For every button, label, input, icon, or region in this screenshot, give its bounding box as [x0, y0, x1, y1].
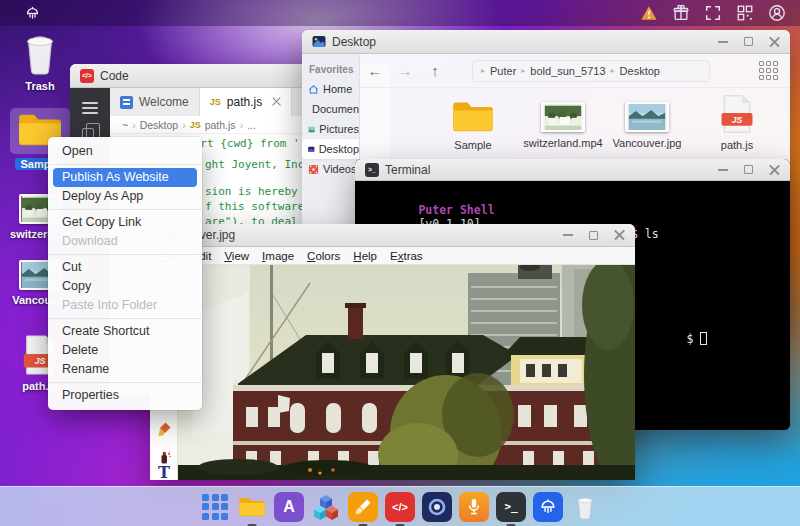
warning-icon[interactable] [640, 4, 658, 22]
sidebar-item-documents[interactable]: Documents [302, 99, 359, 119]
back-button[interactable]: ← [360, 62, 390, 79]
files-window-title: Desktop [332, 35, 376, 49]
brush-tool-icon[interactable] [156, 421, 172, 437]
menu-help[interactable]: Help [353, 250, 377, 262]
menu-item-properties[interactable]: Properties [48, 386, 202, 405]
up-button[interactable]: ↑ [420, 62, 450, 79]
account-icon[interactable] [768, 4, 786, 22]
folder-icon [450, 98, 496, 134]
qr-code-icon[interactable] [736, 4, 754, 22]
taskbar-trash-icon[interactable] [570, 492, 600, 522]
js-badge-icon: JS [190, 120, 201, 130]
maximize-button[interactable] [744, 37, 753, 46]
menu-view[interactable]: View [224, 250, 249, 262]
maximize-button[interactable] [744, 165, 753, 174]
taskbar-camera-icon[interactable] [422, 492, 452, 522]
menu-item-delete[interactable]: Delete [48, 341, 202, 360]
menu-item-copy[interactable]: Copy [48, 277, 202, 296]
menu-item-open[interactable]: Open [48, 142, 202, 161]
puter-desktop: Trash Sample switzerland Vancouver [0, 0, 800, 526]
menu-extras[interactable]: Extras [390, 250, 423, 262]
terminal-titlebar[interactable]: >_ Terminal [355, 159, 790, 181]
sidebar-item-home[interactable]: Home [302, 79, 359, 99]
tab-welcome[interactable]: Welcome [110, 88, 200, 116]
close-button[interactable] [769, 36, 780, 47]
trash-icon [574, 494, 596, 520]
menu-colors[interactable]: Colors [307, 250, 340, 262]
taskbar-launcher-icon[interactable] [200, 492, 230, 522]
puter-logo-icon [538, 497, 558, 517]
maximize-button[interactable] [589, 231, 598, 240]
desktop-app-icon [312, 35, 326, 49]
js-file-icon: JS [720, 94, 754, 134]
menu-item-rename[interactable]: Rename [48, 360, 202, 379]
terminal-cursor [700, 332, 707, 345]
menu-separator [49, 382, 201, 383]
close-button[interactable] [769, 164, 780, 175]
image-viewer-window: Vancouver.jpg File Edit View Image Color… [150, 224, 635, 480]
taskbar-terminal-icon[interactable]: >_ [496, 492, 526, 522]
menu-item-get-copy-link[interactable]: Get Copy Link [48, 213, 202, 232]
menu-item-paste-into-folder: Paste Into Folder [48, 296, 202, 315]
file-item-pathjs[interactable]: JS path.js [695, 94, 779, 151]
code-window-title: Code [100, 69, 129, 83]
sidebar-item-desktop[interactable]: Desktop [302, 139, 359, 159]
svg-text:JS: JS [34, 356, 45, 366]
video-thumbnail-icon [541, 102, 585, 132]
terminal-app-icon: >_ [365, 163, 379, 177]
taskbar-text-editor-icon[interactable]: A [274, 492, 304, 522]
forward-button[interactable]: → [390, 62, 420, 79]
desktop-icon-trash[interactable]: Trash [8, 30, 72, 92]
terminal-window-title: Terminal [385, 163, 430, 177]
js-badge-icon: JS [210, 97, 221, 107]
microphone-icon [463, 496, 485, 518]
taskbar-paint-icon[interactable] [348, 492, 378, 522]
taskbar: A </> [0, 486, 800, 526]
tab-pathjs[interactable]: JS path.js [200, 88, 292, 116]
close-button[interactable] [614, 230, 625, 241]
menu-item-deploy-as-app[interactable]: Deploy As App [48, 187, 202, 206]
welcome-tab-icon [120, 96, 133, 109]
sidebar-item-videos[interactable]: Videos [302, 159, 359, 179]
file-item-switzerland[interactable]: switzerland.mp4 [521, 102, 605, 149]
home-icon [308, 84, 319, 95]
paintbrush-icon [353, 497, 373, 517]
minimize-button[interactable] [718, 169, 728, 171]
command-fragment: $ ls [631, 227, 659, 241]
menu-image[interactable]: Image [262, 250, 294, 262]
taskbar-puter-icon[interactable] [533, 492, 563, 522]
image-thumbnail-icon [625, 102, 669, 132]
minimize-button[interactable] [718, 41, 728, 43]
pictures-icon [308, 124, 315, 135]
taskbar-cubes-icon[interactable] [311, 492, 341, 522]
grid-view-icon[interactable] [759, 61, 778, 80]
taskbar-microphone-icon[interactable] [459, 492, 489, 522]
path-breadcrumb[interactable]: ▸Puter ▸bold_sun_5713 ▸Desktop [472, 60, 710, 82]
taskbar-code-icon[interactable]: </> [385, 492, 415, 522]
menu-item-cut[interactable]: Cut [48, 258, 202, 277]
close-tab-icon[interactable] [272, 98, 281, 107]
gift-icon[interactable] [672, 4, 690, 22]
fullscreen-icon[interactable] [704, 4, 722, 22]
context-menu: Open Publish As Website Deploy As App Ge… [48, 137, 202, 410]
viewer-menubar: File Edit View Image Colors Help Extras [150, 247, 635, 265]
viewer-titlebar[interactable]: Vancouver.jpg [150, 224, 635, 247]
text-tool-icon[interactable]: T [158, 463, 174, 479]
files-titlebar[interactable]: Desktop [302, 30, 790, 54]
menu-item-create-shortcut[interactable]: Create Shortcut [48, 322, 202, 341]
menu-item-download: Download [48, 232, 202, 251]
svg-text:JS: JS [732, 115, 743, 125]
minimize-button[interactable] [563, 234, 573, 236]
puter-logo-icon[interactable] [24, 5, 41, 22]
menu-separator [49, 209, 201, 210]
menu-hamburger-icon[interactable] [82, 102, 98, 104]
trash-icon [19, 30, 61, 76]
videos-icon [308, 164, 319, 175]
trash-label: Trash [25, 80, 54, 92]
photo-canvas[interactable] [178, 265, 635, 480]
sidebar-item-pictures[interactable]: Pictures [302, 119, 359, 139]
taskbar-files-icon[interactable] [237, 492, 267, 522]
file-item-sample[interactable]: Sample [431, 98, 515, 151]
menu-item-publish-as-website[interactable]: Publish As Website [53, 168, 197, 187]
file-item-vancouver[interactable]: Vancouver.jpg [605, 102, 689, 149]
